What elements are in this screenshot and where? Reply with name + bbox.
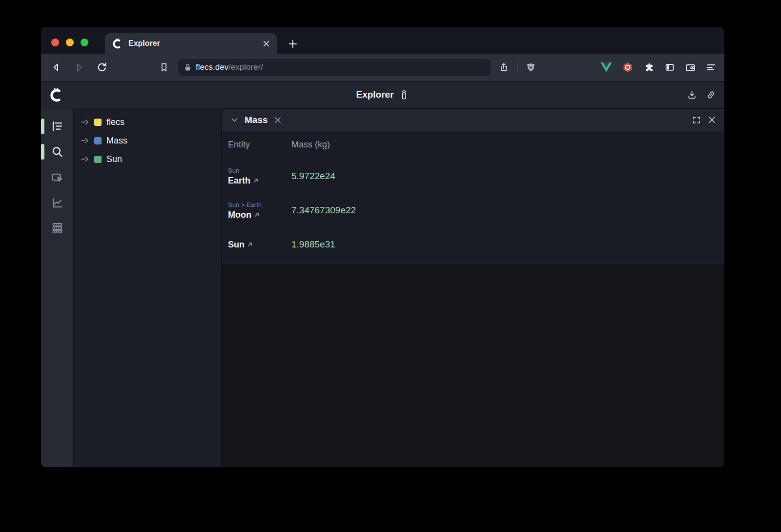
app-header: Explorer <box>41 82 724 108</box>
browser-window: Explorer flecs.dev/explorer/ <box>41 27 724 467</box>
vue-devtools-icon[interactable] <box>600 62 612 73</box>
tab-explorer[interactable]: Explorer <box>105 33 277 54</box>
toolbar-divider <box>517 61 517 73</box>
active-indicator <box>41 119 44 134</box>
lock-icon <box>184 63 191 71</box>
expand-arrow-icon[interactable] <box>81 156 89 162</box>
close-window-button[interactable] <box>51 39 59 46</box>
sidebar-item-search[interactable] <box>41 139 73 164</box>
table-header-row: Entity Mass (kg) <box>222 131 724 159</box>
share-icon[interactable] <box>496 60 511 75</box>
link-icon[interactable] <box>705 89 717 101</box>
active-indicator <box>41 144 44 160</box>
mass-value: 7.34767309e22 <box>291 205 356 216</box>
page-title: Explorer <box>356 89 393 100</box>
new-tab-button[interactable] <box>287 38 299 50</box>
sidebar-item-chart[interactable] <box>41 190 73 215</box>
tree-item-label: Sun <box>106 154 122 164</box>
query-close-icon[interactable] <box>274 117 281 123</box>
bookmark-icon[interactable] <box>157 60 171 75</box>
puzzle-extensions-icon[interactable] <box>643 62 655 73</box>
tab-title: Explorer <box>128 39 263 48</box>
fullscreen-icon[interactable] <box>692 116 701 124</box>
entity-parent-path: Sun <box>228 167 291 174</box>
goto-icon[interactable] <box>253 178 259 184</box>
panel-close-icon[interactable] <box>708 116 716 123</box>
remote-connection-icon <box>399 88 410 101</box>
query-panel-header: Mass <box>222 108 724 131</box>
entity-color-swatch <box>94 137 102 144</box>
flecs-logo-icon[interactable] <box>49 87 63 102</box>
expand-arrow-icon[interactable] <box>81 138 89 143</box>
tab-close-icon[interactable] <box>263 40 270 47</box>
query-panel: Mass Entity Mass (kg) <box>221 108 724 467</box>
download-icon[interactable] <box>686 89 698 101</box>
minimize-window-button[interactable] <box>66 39 74 46</box>
table-row: Sun Earth 5.9722e24 <box>222 159 724 193</box>
table-row: Sun 1.9885e31 <box>222 227 724 262</box>
wallet-icon[interactable] <box>685 62 696 73</box>
forward-icon[interactable] <box>72 60 86 75</box>
reload-icon[interactable] <box>95 60 109 75</box>
hexagon-extension-icon[interactable] <box>622 61 634 73</box>
tree-item-label: flecs <box>106 117 124 127</box>
entity-name-link[interactable]: Earth <box>228 176 250 186</box>
browser-toolbar: flecs.dev/explorer/ <box>41 54 724 82</box>
url-path: /explorer/ <box>228 62 263 72</box>
content-area: flecs Mass Sun <box>41 108 724 467</box>
chevron-down-icon[interactable] <box>230 116 239 124</box>
mass-value: 5.9722e24 <box>291 171 335 182</box>
extension-icons <box>600 61 718 73</box>
query-title: Mass <box>245 115 268 125</box>
column-header-entity: Entity <box>228 140 291 150</box>
tab-bar: Explorer <box>41 27 724 54</box>
sidebar-item-tree[interactable] <box>41 114 73 139</box>
entity-parent-path: Sun > Earth <box>228 201 291 208</box>
column-header-mass: Mass (kg) <box>291 140 330 150</box>
zoom-window-button[interactable] <box>81 39 88 46</box>
tree-item-flecs[interactable]: flecs <box>74 113 221 131</box>
goto-icon[interactable] <box>254 212 260 218</box>
tree-item-sun[interactable]: Sun <box>74 150 221 168</box>
url-domain: flecs.dev <box>196 62 228 72</box>
sidebar-item-rows[interactable] <box>41 215 73 241</box>
tool-sidebar <box>41 108 73 467</box>
brave-shield-icon[interactable] <box>523 60 538 75</box>
entity-color-swatch <box>94 156 102 163</box>
url-bar[interactable]: flecs.dev/explorer/ <box>178 59 491 76</box>
table-row: Sun > Earth Moon 7.34767309e22 <box>222 193 724 227</box>
tree-item-label: Mass <box>106 136 127 146</box>
flecs-favicon-icon <box>112 38 123 49</box>
entity-tree-panel: flecs Mass Sun <box>73 108 221 467</box>
sidebar-item-inspect[interactable] <box>41 164 73 190</box>
traffic-lights <box>51 39 88 46</box>
expand-arrow-icon[interactable] <box>81 119 89 125</box>
mass-value: 1.9885e31 <box>291 239 335 250</box>
entity-color-swatch <box>94 119 102 126</box>
entity-name-link[interactable]: Sun <box>228 240 245 250</box>
goto-icon[interactable] <box>247 242 253 247</box>
sidebar-toggle-icon[interactable] <box>664 62 675 73</box>
query-results-table: Entity Mass (kg) Sun Earth 5.9722e24 <box>222 131 724 264</box>
entity-name-link[interactable]: Moon <box>228 210 251 220</box>
menu-icon[interactable] <box>706 62 717 73</box>
back-icon[interactable] <box>49 60 63 75</box>
tree-item-mass[interactable]: Mass <box>74 131 221 150</box>
